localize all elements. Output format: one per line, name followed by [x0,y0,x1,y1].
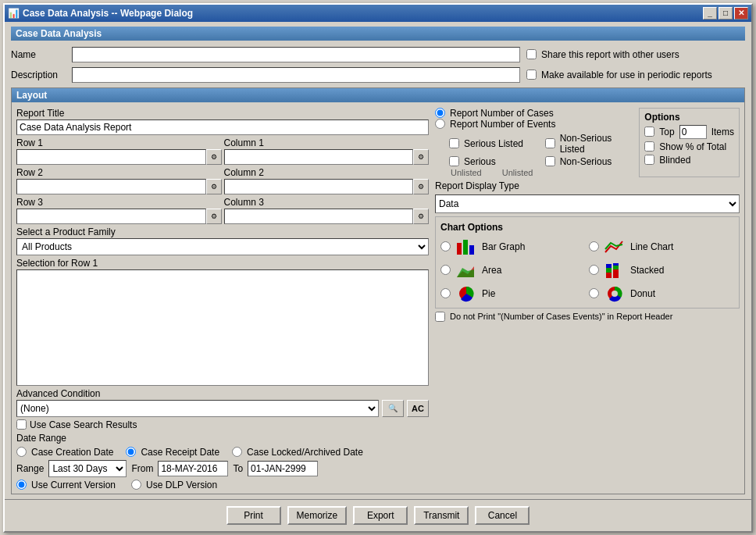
row2-input[interactable] [16,179,206,194]
serious-label: Serious [464,156,496,167]
adv-search-button[interactable]: 🔍 [382,400,404,417]
row1-btn[interactable]: ⚙ [206,149,222,165]
current-version-label: Use Current Version [31,480,116,490]
serious-row: Serious [449,156,539,167]
top-checkboxes: Share this report with other users [526,49,745,60]
non-serious-checkbox[interactable] [545,156,555,166]
right-top: Report Number of Cases Report Number of … [435,108,740,177]
chart-options-box: Chart Options [435,216,740,309]
col1-input-row: ⚙ [224,149,430,165]
row-col-grid: Row 1 ⚙ Column 1 ⚙ [16,137,429,224]
description-input[interactable] [72,67,520,83]
current-version-row: Use Current Version [16,480,116,490]
dlp-version-radio[interactable] [131,480,141,490]
non-serious-listed-row: Non-Serious Listed [545,133,635,155]
non-serious-listed-label: Non-Serious Listed [560,133,635,155]
col3-field: Column 3 ⚙ [224,197,430,224]
export-button[interactable]: Export [353,506,408,525]
show-pct-checkbox[interactable] [644,141,654,152]
to-date-input[interactable]: 01-JAN-2999 [248,461,318,476]
no-print-checkbox[interactable] [435,312,445,322]
adv-condition-row: (None) 🔍 AC [16,400,429,417]
blinded-row: Blinded [644,155,734,166]
row2-btn[interactable]: ⚙ [206,179,222,194]
blinded-checkbox[interactable] [644,155,654,165]
display-type-select[interactable]: Data Chart Both [435,194,740,213]
current-version-radio[interactable] [16,480,27,490]
items-label: Items [711,127,734,137]
range-select[interactable]: Last 30 Days [48,460,127,477]
use-case-label: Use Case Search Results [30,419,137,430]
donut-radio[interactable] [589,288,599,298]
report-type-section: Report Number of Cases Report Number of … [435,108,634,177]
name-input[interactable] [72,47,520,62]
row2-label: Row 2 [16,167,222,178]
report-title-label: Report Title [16,108,429,119]
col2-btn[interactable]: ⚙ [413,179,429,194]
col1-input[interactable] [224,149,414,165]
non-serious-listed-checkbox[interactable] [545,138,555,148]
col3-btn[interactable]: ⚙ [413,209,429,224]
share-row: Share this report with other users [526,49,745,60]
svg-rect-7 [606,264,612,268]
bar-graph-radio[interactable] [440,241,451,251]
col1-btn[interactable]: ⚙ [413,149,429,165]
col2-input[interactable] [224,179,414,194]
make-available-row: Make available for use in periodic repor… [526,70,745,80]
svg-rect-9 [613,266,619,269]
use-case-checkbox[interactable] [16,419,27,430]
version-row: Use Current Version Use DLP Version [16,480,429,490]
product-family-select[interactable]: All Products [16,238,429,255]
minimize-button[interactable]: _ [703,7,717,20]
bar-graph-label: Bar Graph [482,241,525,252]
selection-box[interactable] [16,269,429,386]
stacked-radio[interactable] [589,265,599,275]
adv-condition-select[interactable]: (None) [16,400,379,417]
transmit-button[interactable]: Transmit [414,506,469,525]
serious-options-grid: Serious Listed Non-Serious Listed Seriou… [449,133,634,167]
description-row: Description Make available for use in pe… [11,67,745,83]
selection-row1-section: Selection for Row 1 [16,258,429,386]
col1-field: Column 1 ⚙ [224,137,430,165]
line-chart-radio[interactable] [589,241,599,251]
to-label: To [233,463,243,474]
top-value-input[interactable]: 0 [679,125,707,139]
area-radio[interactable] [440,265,451,275]
close-button[interactable]: ✕ [734,7,748,20]
report-title-input[interactable]: Case Data Analysis Report [16,119,429,135]
report-events-radio[interactable] [435,119,445,129]
from-label: From [131,463,153,474]
non-serious-row: Non-Serious [545,156,635,167]
memorize-button[interactable]: Memorize [287,506,348,525]
name-label: Name [11,49,66,60]
adv-ac-button[interactable]: AC [407,400,429,417]
print-button[interactable]: Print [226,506,281,525]
svg-rect-10 [613,263,619,266]
case-locked-radio[interactable] [232,447,242,457]
date-range-section: Date Range Case Creation Date Case Recei… [16,433,429,477]
pie-radio[interactable] [440,288,451,298]
options-label: Options [644,112,734,123]
donut-option: Donut [589,284,734,303]
report-cases-radio[interactable] [435,108,445,118]
dlp-version-label: Use DLP Version [146,480,217,490]
from-date-input[interactable]: 18-MAY-2016 [158,461,228,476]
row3-input[interactable] [16,209,206,224]
make-available-checkbox[interactable] [526,70,537,80]
cancel-button[interactable]: Cancel [475,506,530,525]
chart-options-label: Chart Options [440,222,734,233]
serious-listed-checkbox[interactable] [449,138,459,148]
case-creation-radio[interactable] [16,447,27,457]
area-label: Area [482,265,501,276]
col3-input[interactable] [224,209,414,224]
dlp-version-row: Use DLP Version [131,480,217,490]
restore-button[interactable]: □ [719,7,733,20]
case-receipt-radio[interactable] [126,447,136,457]
top-checkbox[interactable] [644,127,654,137]
row1-input[interactable] [16,149,206,165]
share-checkbox[interactable] [526,49,537,59]
row3-btn[interactable]: ⚙ [206,209,222,224]
serious-checkbox[interactable] [449,156,459,166]
svg-point-13 [612,291,618,297]
title-bar-left: 📊 Case Data Analysis -- Webpage Dialog [8,8,193,19]
